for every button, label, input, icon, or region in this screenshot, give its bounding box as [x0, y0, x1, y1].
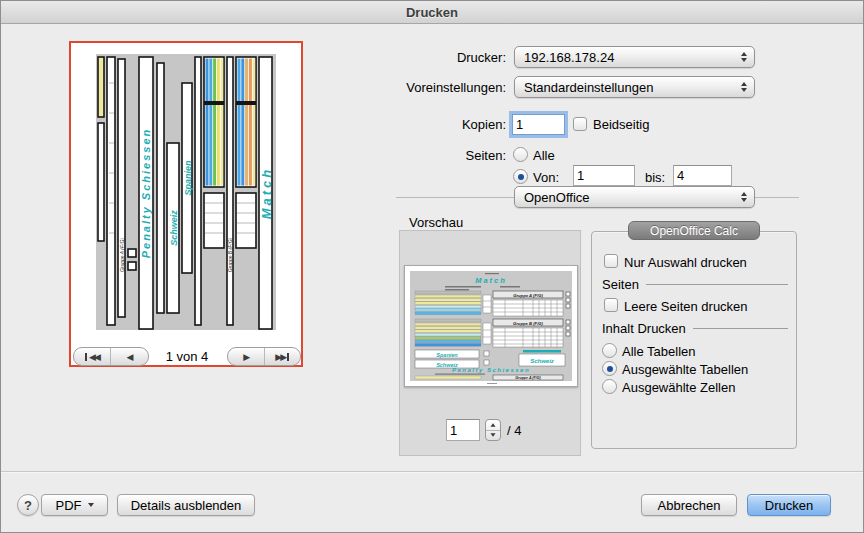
stepper-down-icon[interactable]	[486, 431, 500, 441]
presets-popup-value: Standardeinstellungen	[524, 80, 653, 95]
document-preview: Match Gruppe A (F/G) Gruppe B (F/G)	[405, 266, 577, 386]
pages-group-label: Seiten	[602, 277, 639, 292]
popup-arrows-icon	[741, 192, 747, 202]
next-page-button[interactable]: ▶	[228, 348, 264, 365]
cancel-button[interactable]: Abbrechen	[641, 494, 737, 516]
hide-details-label: Details ausblenden	[131, 498, 242, 513]
doc-group-b: Gruppe B (F/G)	[513, 321, 544, 326]
presets-label: Voreinstellungen:	[301, 80, 506, 95]
print-label: Drucken	[765, 498, 813, 513]
teal-strip	[523, 350, 561, 353]
preview-pagination: ◀◀ ◀ 1 von 4 ▶ ▶▶	[71, 345, 301, 365]
copies-input[interactable]	[512, 114, 565, 135]
calc-group-title: OpenOffice Calc	[650, 224, 738, 238]
vorschau-title: Vorschau	[409, 215, 463, 230]
pages-group-header: Seiten	[602, 277, 788, 292]
chevron-down-icon	[88, 503, 94, 507]
app-options-popup[interactable]: OpenOffice	[514, 186, 755, 208]
doc-title: Match	[475, 276, 507, 285]
first-page-button[interactable]: ◀◀	[74, 348, 110, 365]
pages-from-label: Von:	[533, 170, 559, 185]
doc-subtitle-rotated: Penalty Schiessen	[140, 128, 152, 259]
nav-back-group: ◀◀ ◀	[73, 347, 149, 366]
printer-popup[interactable]: 192.168.178.24	[514, 46, 755, 68]
content-group-label: Inhalt Drucken	[602, 321, 686, 336]
doc-team-right-b: Schweiz	[530, 358, 554, 364]
doc-group-a-2: Gruppe A (F/G)	[515, 376, 541, 380]
print-dialog: Drucken	[0, 0, 864, 533]
stepper-up-icon[interactable]	[486, 420, 500, 431]
app-options-popup-value: OpenOffice	[524, 190, 590, 205]
popup-arrows-icon	[741, 82, 747, 92]
last-page-button[interactable]: ▶▶	[264, 348, 301, 365]
all-tables-label: Alle Tabellen	[622, 344, 695, 359]
group-divider-line	[646, 284, 788, 285]
vorschau-page-stepper[interactable]	[485, 419, 501, 441]
pages-label: Seiten:	[301, 148, 506, 163]
nav-forward-group: ▶ ▶▶	[227, 347, 301, 366]
selected-tables-label: Ausgewählte Tabellen	[622, 362, 748, 377]
group-b-rows	[415, 319, 481, 346]
group-divider-line	[693, 328, 788, 329]
duplex-checkbox[interactable]	[573, 117, 587, 131]
pages-to-label: bis:	[645, 170, 665, 185]
empty-pages-checkbox[interactable]	[604, 298, 618, 312]
next-page-icon: ▶	[243, 352, 248, 362]
pages-all-label: Alle	[533, 148, 555, 163]
printer-popup-value: 192.168.178.24	[524, 50, 614, 65]
document-preview-rotated: Penalty Schiessen Schweiz Spanien Match …	[71, 43, 301, 346]
presets-popup[interactable]: Standardeinstellungen	[514, 76, 755, 98]
calc-group-title-tab: OpenOffice Calc	[628, 221, 760, 240]
last-page-bar-icon	[287, 353, 289, 361]
first-page-bar-icon	[85, 353, 87, 361]
vorschau-page: Match Gruppe A (F/G) Gruppe B (F/G)	[404, 265, 578, 387]
first-page-icon: ◀◀	[89, 352, 99, 362]
cancel-label: Abbrechen	[658, 498, 721, 513]
window-title: Drucken	[406, 5, 458, 20]
empty-pages-label: Leere Seiten drucken	[624, 299, 748, 314]
page-preview-panel: Penalty Schiessen Schweiz Spanien Match …	[69, 41, 303, 367]
help-button[interactable]: ?	[17, 494, 39, 516]
selected-tables-radio[interactable]	[602, 361, 617, 376]
vorschau-total-pages: / 4	[507, 423, 521, 438]
doc-team-left-rotated: Spanien	[183, 160, 193, 196]
selected-cells-radio[interactable]	[602, 379, 617, 394]
copies-label: Kopien:	[301, 117, 506, 132]
all-tables-radio[interactable]	[602, 343, 617, 358]
pdf-button-label: PDF	[56, 498, 82, 513]
print-button[interactable]: Drucken	[747, 494, 831, 516]
only-selection-checkbox[interactable]	[604, 254, 618, 268]
doc-team-right-rotated: Schweiz	[169, 210, 179, 246]
group-a-score-table	[493, 300, 563, 316]
page-number-mark	[487, 383, 497, 384]
last-page-icon: ▶▶	[275, 352, 285, 362]
doc-group-a-rotated: Gruppe A (F/G)	[119, 238, 125, 272]
vorschau-page-input[interactable]	[446, 419, 480, 441]
doc-team-left: Spanien	[436, 352, 458, 358]
pages-all-radio[interactable]	[513, 147, 528, 162]
popup-arrows-icon	[741, 52, 747, 62]
footer-divider	[1, 471, 863, 472]
duplex-label: Beidseitig	[593, 117, 649, 132]
pdf-menu-button[interactable]: PDF	[41, 494, 108, 516]
doc-title-rotated: Match	[259, 167, 274, 220]
printer-label: Drucker:	[301, 50, 506, 65]
pages-from-radio[interactable]	[513, 169, 528, 184]
hide-details-button[interactable]: Details ausblenden	[117, 494, 255, 516]
doc-group-b-rotated: Gruppe B (F/G)	[227, 237, 233, 272]
titlebar: Drucken	[1, 1, 863, 24]
pages-to-input[interactable]	[673, 165, 732, 186]
selected-cells-label: Ausgewählte Zellen	[622, 380, 735, 395]
page-indicator: 1 von 4	[149, 349, 225, 364]
doc-subtitle: Penalty Schiessen	[452, 367, 530, 373]
pages-from-input[interactable]	[573, 165, 635, 186]
content-group-header: Inhalt Drucken	[602, 321, 788, 336]
previous-page-button[interactable]: ◀	[110, 348, 147, 365]
previous-page-icon: ◀	[127, 352, 132, 362]
doc-group-a: Gruppe A (F/G)	[513, 293, 543, 298]
group-b-score-table	[493, 328, 563, 347]
help-icon: ?	[24, 498, 32, 513]
only-selection-label: Nur Auswahl drucken	[624, 255, 747, 270]
